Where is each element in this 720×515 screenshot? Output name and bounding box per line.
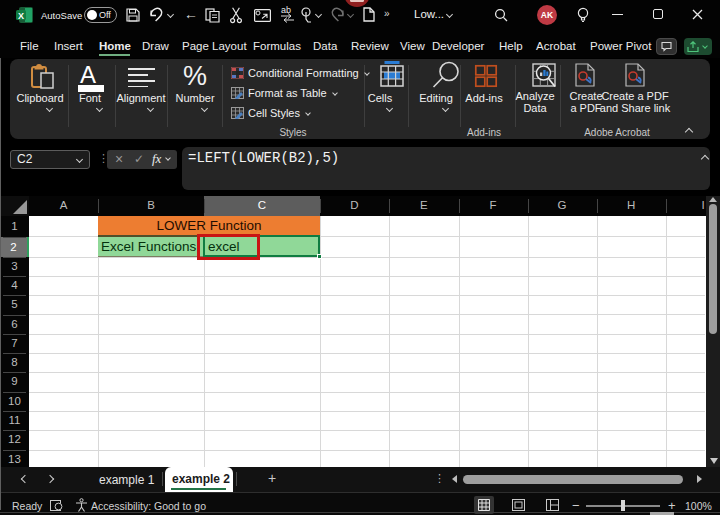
svg-text:X: X <box>18 11 24 21</box>
